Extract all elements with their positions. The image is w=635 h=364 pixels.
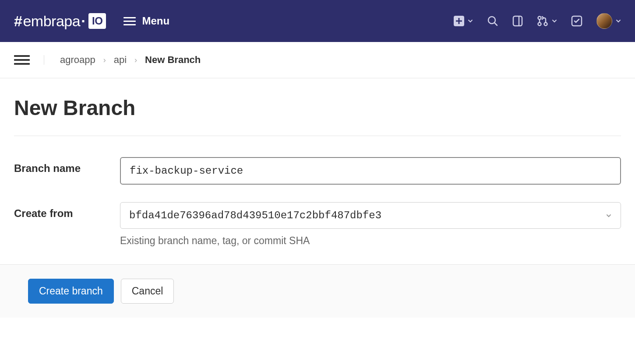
search-icon	[487, 15, 498, 27]
avatar	[596, 13, 612, 29]
breadcrumb-current: New Branch	[145, 54, 201, 66]
checkbox-icon	[571, 15, 582, 27]
menu-label: Menu	[142, 15, 169, 27]
search-button[interactable]	[487, 15, 498, 27]
main-content: New Branch Branch name Create from bfda4…	[0, 78, 635, 318]
branch-name-input[interactable]	[120, 157, 621, 185]
logo-text: embrapa	[23, 13, 80, 30]
site-logo[interactable]: #embrapa·IO	[14, 13, 106, 30]
logo-dot: ·	[81, 13, 85, 30]
create-from-select[interactable]: bfda41de76396ad78d439510e17c2bbf487dbfe3	[120, 202, 621, 229]
merge-requests-dropdown[interactable]	[537, 15, 557, 27]
create-from-help: Existing branch name, tag, or commit SHA	[120, 235, 621, 247]
new-dropdown[interactable]	[454, 16, 473, 26]
header-left: #embrapa·IO Menu	[14, 13, 169, 30]
menu-button[interactable]: Menu	[123, 15, 169, 27]
create-branch-button[interactable]: Create branch	[28, 279, 114, 304]
breadcrumb-item-project[interactable]: api	[114, 54, 127, 66]
branch-name-label: Branch name	[14, 157, 120, 175]
top-nav: #embrapa·IO Menu	[0, 0, 635, 42]
svg-point-4	[544, 23, 547, 26]
plus-icon	[454, 16, 464, 26]
logo-hash: #	[14, 13, 22, 30]
issue-icon	[512, 15, 523, 27]
create-from-select-wrap: bfda41de76396ad78d439510e17c2bbf487dbfe3	[120, 202, 621, 229]
chevron-down-icon	[552, 18, 557, 24]
header-right	[454, 13, 621, 29]
cancel-button[interactable]: Cancel	[121, 279, 174, 304]
svg-rect-1	[513, 16, 522, 26]
breadcrumb: agroapp › api › New Branch	[60, 54, 201, 66]
issues-button[interactable]	[512, 15, 523, 27]
todos-button[interactable]	[571, 15, 582, 27]
svg-point-2	[538, 17, 541, 20]
create-from-row: Create from bfda41de76396ad78d439510e17c…	[14, 202, 621, 247]
create-from-label: Create from	[14, 202, 120, 220]
sidebar-toggle[interactable]	[14, 55, 44, 65]
hamburger-icon	[123, 17, 136, 25]
chevron-down-icon	[468, 18, 473, 24]
breadcrumb-item-group[interactable]: agroapp	[60, 54, 95, 66]
chevron-down-icon	[616, 18, 621, 24]
branch-name-field	[120, 157, 621, 185]
branch-name-row: Branch name	[14, 157, 621, 185]
page-title: New Branch	[14, 96, 621, 136]
chevron-right-icon: ›	[134, 56, 137, 65]
create-from-field: bfda41de76396ad78d439510e17c2bbf487dbfe3…	[120, 202, 621, 247]
svg-point-3	[538, 23, 541, 26]
chevron-right-icon: ›	[103, 56, 106, 65]
form-actions: Create branch Cancel	[0, 264, 635, 318]
user-menu[interactable]	[596, 13, 621, 29]
logo-io-badge: IO	[88, 13, 106, 29]
merge-request-icon	[537, 15, 548, 27]
subheader: agroapp › api › New Branch	[0, 42, 635, 78]
